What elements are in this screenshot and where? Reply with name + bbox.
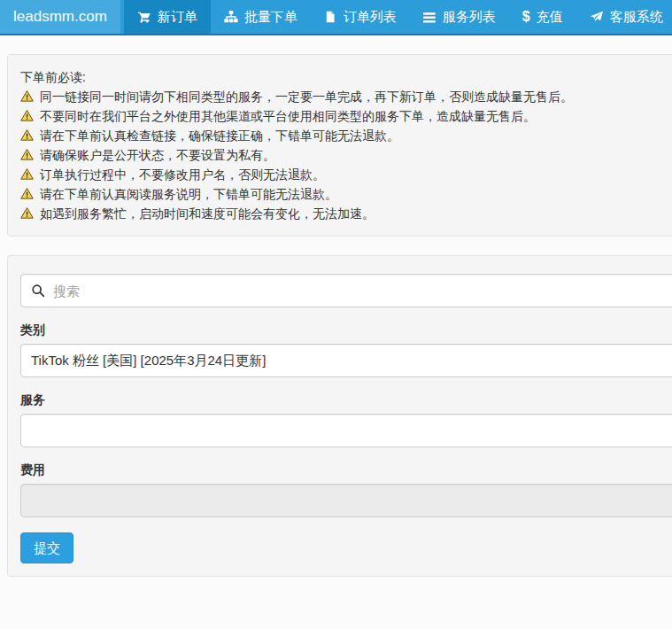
nav-item-recharge[interactable]: $ 充值 [509, 0, 576, 34]
nav-item-new-order[interactable]: 新订单 [124, 0, 211, 34]
warning-icon [20, 89, 34, 103]
search-box [20, 274, 672, 307]
brand[interactable]: leadsmm.com [0, 0, 120, 34]
nav-item-label: 充值 [537, 9, 563, 26]
search-input[interactable] [20, 274, 672, 307]
file-icon [324, 10, 337, 24]
nav-item-label: 订单列表 [344, 9, 397, 26]
warning-icon [20, 128, 34, 142]
warning-line: 请在下单前认真阅读服务说明，下错单可能无法退款。 [20, 184, 672, 204]
nav-item-label: 服务列表 [443, 9, 496, 26]
warning-icon [20, 109, 34, 122]
warning-line: 不要同时在我们平台之外使用其他渠道或平台使用相同类型的服务下单，造成缺量无售后。 [20, 106, 672, 126]
list-icon [423, 11, 436, 24]
service-select[interactable] [20, 414, 672, 447]
warning-line: 同一链接同一时间请勿下相同类型的服务，一定要一单完成，再下新订单，否则造成缺量无… [20, 87, 672, 106]
warning-icon [20, 206, 34, 220]
warning-text: 不要同时在我们平台之外使用其他渠道或平台使用相同类型的服务下单，造成缺量无售后。 [40, 106, 536, 126]
category-label: 类别 [20, 322, 672, 338]
notice-title: 下单前必读: [20, 67, 672, 87]
warning-text: 请在下单前认真阅读服务说明，下错单可能无法退款。 [40, 184, 337, 204]
charge-label: 费用 [20, 462, 672, 478]
cart-icon [137, 10, 151, 24]
warning-line: 请确保账户是公开状态，不要设置为私有。 [20, 145, 672, 165]
nav-item-label: 新订单 [158, 9, 197, 26]
warning-text: 如遇到服务繁忙，启动时间和速度可能会有变化，无法加速。 [40, 204, 375, 223]
order-form-panel: 类别 TikTok 粉丝 [美国] [2025年3月24日更新] 服务 费用 提… [7, 255, 672, 577]
category-select[interactable]: TikTok 粉丝 [美国] [2025年3月24日更新] [20, 344, 672, 377]
warning-text: 同一链接同一时间请勿下相同类型的服务，一定要一单完成，再下新订单，否则造成缺量无… [40, 87, 573, 106]
warning-text: 订单执行过程中，不要修改用户名，否则无法退款。 [40, 165, 325, 184]
search-icon [31, 283, 45, 298]
nav-item-label: 客服系统 [610, 9, 663, 26]
warning-line: 请在下单前认真检查链接，确保链接正确，下错单可能无法退款。 [20, 126, 672, 145]
paper-plane-icon [590, 10, 604, 24]
warning-icon [20, 167, 34, 181]
nav-item-label: 批量下单 [244, 9, 297, 26]
warning-line: 如遇到服务繁忙，启动时间和速度可能会有变化，无法加速。 [20, 204, 672, 223]
nav-item-bulk-order[interactable]: 批量下单 [211, 0, 311, 34]
submit-button[interactable]: 提交 [20, 532, 73, 563]
dollar-icon: $ [522, 10, 530, 24]
warning-icon [20, 148, 34, 161]
warning-line: 订单执行过程中，不要修改用户名，否则无法退款。 [20, 165, 672, 184]
nav-item-order-list[interactable]: 订单列表 [311, 0, 410, 34]
category-selected-value: TikTok 粉丝 [美国] [2025年3月24日更新] [31, 353, 266, 369]
nav-item-service-list[interactable]: 服务列表 [410, 0, 509, 34]
warning-text: 请确保账户是公开状态，不要设置为私有。 [40, 145, 275, 165]
service-label: 服务 [20, 392, 672, 408]
sitemap-icon [224, 10, 238, 24]
notice-panel: 下单前必读: 同一链接同一时间请勿下相同类型的服务，一定要一单完成，再下新订单，… [7, 54, 672, 237]
navbar: leadsmm.com 新订单 批量下单 订单列表 服务列表 $ 充值 客服系统 [0, 0, 672, 35]
warning-text: 请在下单前认真检查链接，确保链接正确，下错单可能无法退款。 [40, 126, 399, 145]
warning-icon [20, 187, 34, 200]
nav-item-support[interactable]: 客服系统 [576, 0, 672, 34]
charge-field [20, 484, 672, 517]
